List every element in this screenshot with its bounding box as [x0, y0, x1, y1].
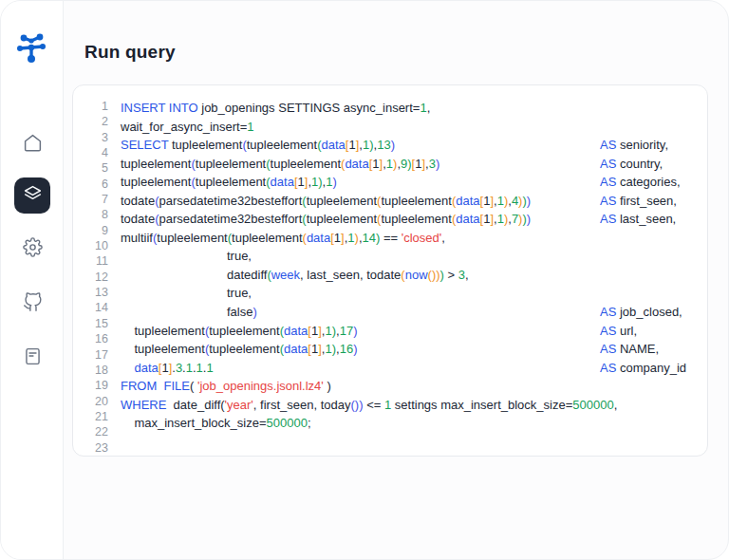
line-number: 6 — [73, 177, 108, 192]
line-number: 11 — [73, 253, 108, 269]
code-line: false)AS job_closed, — [121, 303, 701, 322]
code-token: SELECT — [121, 138, 168, 152]
as-keyword: AS — [600, 361, 616, 375]
line-number: 18 — [73, 363, 108, 378]
code-token: tupleelement — [307, 212, 377, 226]
code-line: INSERT INTO job_openings SETTINGS async_… — [121, 99, 701, 118]
as-keyword: AS — [600, 175, 616, 189]
code-token: datediff — [121, 268, 267, 282]
code-token: FROM — [121, 379, 157, 393]
code-line: true, — [121, 284, 701, 303]
sidebar-item-home[interactable] — [14, 126, 50, 162]
main-content: Run query 123456789101112131415161718192… — [64, 1, 728, 559]
as-alias: country, — [616, 157, 663, 171]
sidebar-item-docs[interactable] — [14, 340, 50, 376]
sidebar-item-github[interactable] — [14, 286, 50, 322]
line-number: 8 — [73, 207, 108, 222]
code-token: tupleelement — [168, 138, 242, 152]
code-token: tupleelement — [232, 231, 302, 245]
code-token: week — [271, 268, 300, 282]
as-alias: job_closed, — [616, 305, 682, 319]
code-token: parsedatetime32besteffort — [159, 194, 303, 208]
code-token: ; — [308, 416, 311, 430]
code-token: tupleelement — [381, 212, 451, 226]
line-number: 2 — [73, 114, 108, 129]
line-number: 21 — [73, 409, 108, 424]
code-line: true, — [121, 247, 701, 266]
as-clause: AS seniority, — [600, 136, 668, 155]
code-line: SELECT tupleelement(tupleelement(data[1]… — [121, 136, 701, 155]
sidebar-item-data-sources[interactable] — [14, 177, 50, 214]
code-token: ) — [252, 305, 256, 319]
line-number: 4 — [73, 145, 108, 160]
code-token: true, — [121, 249, 252, 263]
line-number: 7 — [73, 192, 108, 207]
code-token: true, — [121, 286, 252, 300]
code-token — [121, 361, 134, 375]
gear-icon — [23, 237, 43, 260]
code-token: == — [380, 231, 401, 245]
code-token: data — [322, 138, 346, 152]
query-editor[interactable]: 1234567891011121314151617181920212223 IN… — [72, 84, 708, 457]
code-token: todate — [121, 194, 155, 208]
code-token: 'closed' — [402, 231, 442, 245]
code-token: ) — [436, 157, 439, 171]
code-line: tupleelement(tupleelement(data[1],1),16)… — [121, 340, 701, 359]
as-clause: AS country, — [600, 155, 663, 174]
code-token: tupleelement — [196, 175, 266, 189]
code-token: , — [427, 101, 431, 115]
code-token: tupleelement — [247, 138, 317, 152]
as-alias: NAME, — [616, 342, 659, 356]
line-number: 15 — [73, 316, 108, 331]
code-token: data — [307, 231, 330, 245]
code-token: job_openings SETTINGS async_insert= — [198, 101, 421, 115]
code-token: 1 — [186, 361, 193, 375]
code-token: ( — [190, 379, 197, 393]
code-token: now — [405, 268, 428, 282]
code-token: 3 — [429, 157, 436, 171]
code-token: 'year' — [225, 398, 253, 412]
code-token: tupleelement — [196, 157, 266, 171]
code-token: 17 — [340, 324, 353, 338]
code-token: , — [441, 231, 445, 245]
sidebar-item-settings[interactable] — [14, 231, 50, 267]
code-token: ) — [353, 324, 357, 338]
code-token — [157, 379, 163, 393]
code-line: WHERE date_diff('year', first_seen, toda… — [121, 396, 701, 415]
as-alias: last_seen, — [616, 212, 676, 226]
code-token: ) — [353, 342, 357, 356]
code-token: tupleelement — [121, 324, 205, 338]
code-token: 1 — [420, 101, 426, 115]
github-icon — [23, 292, 43, 315]
line-number: 22 — [73, 424, 108, 439]
code-line: multiif(tupleelement(tupleelement(data[1… — [121, 229, 701, 248]
as-keyword: AS — [600, 157, 616, 171]
app-logo-icon[interactable] — [13, 31, 51, 65]
line-number: 12 — [73, 270, 108, 285]
code-token: false — [121, 305, 252, 319]
code-line: tupleelement(tupleelement(data[1],1),1)A… — [121, 173, 701, 192]
code-token: 3 — [458, 268, 465, 282]
code-token: data — [284, 324, 308, 338]
as-clause: AS company_id — [600, 359, 686, 378]
code-token: data — [284, 342, 308, 356]
as-keyword: AS — [600, 212, 616, 226]
code-line: FROM FILE( 'job_openings.jsonl.lz4' ) — [121, 377, 701, 396]
as-keyword: AS — [600, 305, 616, 319]
as-alias: first_seen, — [616, 194, 677, 208]
code-token: tupleelement — [381, 194, 451, 208]
code-token: 16 — [340, 342, 353, 356]
sidebar — [1, 1, 64, 559]
code-token: tupleelement — [121, 157, 191, 171]
page-title: Run query — [84, 42, 176, 63]
code-token: INSERT INTO — [121, 101, 198, 115]
code-token: , last_seen, todate — [300, 268, 401, 282]
as-keyword: AS — [600, 194, 616, 208]
code-token: tupleelement — [121, 342, 205, 356]
code-token: data — [134, 361, 158, 375]
code-token: ) — [527, 194, 531, 208]
as-keyword: AS — [600, 324, 616, 338]
code-token: wait_for_async_insert= — [121, 120, 247, 134]
as-clause: AS last_seen, — [600, 210, 676, 229]
code-line: wait_for_async_insert=1 — [121, 118, 701, 137]
